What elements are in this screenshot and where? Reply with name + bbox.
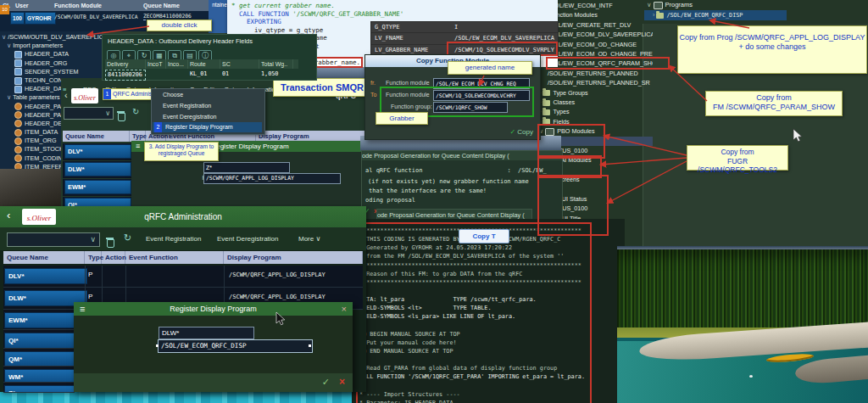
generated-code-line: [359, 287, 625, 295]
back-icon[interactable]: ‹: [64, 90, 68, 100]
confirm-icon[interactable]: ✓: [322, 377, 330, 388]
queue-name-cell[interactable]: DLV*: [64, 144, 131, 159]
type-cell[interactable]: P: [88, 293, 92, 300]
selection-handle-right[interactable]: [309, 344, 311, 347]
to-fm-input[interactable]: /SCWM/1Q_SOLEWECOMDLVCHRY: [433, 90, 530, 101]
trash-icon[interactable]: [118, 109, 125, 125]
debugger-rows: G_QTYPEILV_FNAME/SOL/EW_ECOM_DLV_SAVEREP…: [371, 22, 558, 56]
dialog-titlebar[interactable]: ≡ Register Display Program ×: [74, 302, 353, 316]
structure-icon: [14, 68, 22, 76]
structure-icon: [14, 77, 22, 85]
window-title: qRFC Administration: [0, 206, 366, 227]
tree-item[interactable]: SENDER_SYSTEM: [0, 68, 102, 76]
copy-button[interactable]: ✓ Copy: [509, 128, 533, 136]
tree-item[interactable]: HEADER_DATA: [0, 50, 102, 59]
table-icon: [14, 154, 22, 162]
chevron-right-icon[interactable]: ›: [653, 11, 654, 19]
admin-table-header: Queue NameTypeActionEvent FunctionDispla…: [3, 251, 363, 264]
double-click-note: double click: [147, 20, 212, 31]
cancel-icon[interactable]: ×: [339, 376, 345, 388]
queue-name-cell[interactable]: DLV*: [4, 268, 87, 284]
data-cell[interactable]: [146, 70, 166, 81]
column-header[interactable]: Event Function: [125, 251, 224, 264]
data-cell[interactable]: 1,050: [259, 70, 293, 81]
event-registration-button[interactable]: Event Registration: [146, 235, 201, 243]
tree-item[interactable]: ∨ Import parameters: [0, 42, 102, 50]
window-title[interactable]: ode Proposal Generation for Queue Conten…: [362, 151, 562, 160]
close-icon[interactable]: ×: [342, 302, 347, 316]
debugger-row[interactable]: LV_FNAME/SOL/EW_ECOM_DLV_SAVEREPLICA: [371, 33, 558, 44]
queue-filter-select[interactable]: ∨: [64, 107, 114, 120]
data-cell[interactable]: KL_01: [188, 70, 220, 81]
cell-client[interactable]: 100: [10, 12, 25, 25]
column-header[interactable]: Action: [102, 251, 125, 264]
window-titlebar[interactable]: ‹ s.Oliver qRFC Administration: [0, 206, 366, 227]
column-header[interactable]: Queue Name: [3, 251, 85, 264]
cell-user[interactable]: GYROHR: [25, 12, 56, 25]
queue-filter-select[interactable]: ∨: [7, 232, 100, 247]
trash-icon[interactable]: [107, 236, 114, 251]
data-cell[interactable]: 01: [220, 70, 259, 81]
column-header: Route: [188, 59, 220, 69]
generated-code-line: [359, 355, 625, 364]
display-program-cell[interactable]: /SCWM/QRFC_APPL_LOG_DISPLAY: [229, 294, 326, 300]
queue-name-cell[interactable]: WM*: [4, 369, 75, 383]
generated-code-line: *@ END MANUAL SOURCE AT TOP: [359, 347, 625, 355]
bird-dot: [749, 375, 753, 378]
to-label: To: [370, 92, 376, 98]
queue-name-cell[interactable]: QI*: [4, 333, 75, 349]
col-queue-name: Queue Name: [143, 0, 180, 11]
display-program-cell[interactable]: /SCWM/QRFC_APPL_LOG_DISPLAY: [229, 271, 326, 278]
refresh-icon[interactable]: ↻: [132, 107, 139, 116]
program-name-input[interactable]: /SOL/EW_ECOM_QRFC_DISP: [158, 339, 313, 353]
queue-name-input[interactable]: DLW*: [159, 327, 254, 339]
type-cell[interactable]: P: [88, 271, 92, 278]
function-group-input[interactable]: /SCWM/1QRFC_SHOW: [433, 102, 508, 113]
generated-code-line: [359, 322, 625, 330]
queue-name-cell[interactable]: Z*: [4, 385, 75, 393]
edit-menu-item[interactable]: Event Registration: [152, 100, 264, 111]
data-cell[interactable]: [166, 70, 188, 81]
structure-icon: [14, 51, 22, 59]
data-cell[interactable]: 8411000206: [105, 70, 146, 81]
generated-code-line: * ---- Import Structures ----: [359, 390, 625, 399]
adt-tree-item[interactable]: ›Fields: [526, 117, 653, 126]
adt-tree-item[interactable]: ›Types: [526, 107, 653, 116]
programs-root-node[interactable]: ∨Programs: [647, 1, 693, 9]
adt-tree-item[interactable]: ›Type Groups: [526, 88, 653, 98]
table-row: QI*: [3, 330, 75, 349]
adt-tree-item[interactable]: /SOL/EW_RETURNS_PLANNED: [526, 69, 653, 78]
refresh-icon[interactable]: ↻: [124, 232, 131, 243]
queue-name-cell[interactable]: EWM*: [4, 312, 75, 328]
queue-name-cell[interactable]: QM*: [4, 351, 75, 367]
table-row: WM*: [3, 367, 75, 383]
menu-item-register-display-program[interactable]: 2 Register Display Program: [153, 122, 262, 132]
cell-function-module[interactable]: /SCWM/OUTB_DLV_SAVEREPLICA: [54, 14, 138, 20]
copy-to-button[interactable]: Copy T: [459, 229, 509, 243]
debugger-row[interactable]: G_QTYPEI: [371, 22, 558, 33]
column-header[interactable]: Queue Name: [63, 131, 130, 142]
program-name-input[interactable]: /SCWM/QRFC_APPL_LOG_DISPLAY: [203, 173, 341, 184]
queue-name-input[interactable]: Z*: [203, 162, 290, 173]
table-row: EWM*: [3, 310, 75, 330]
check-icon: ✓: [509, 128, 515, 136]
edit-menu-item[interactable]: Choose: [152, 89, 264, 100]
column-header[interactable]: Display Program: [224, 251, 363, 264]
queue-name-cell[interactable]: EWM*: [64, 180, 131, 194]
adt-tree-item[interactable]: /SOL/EW_RETURNS_PLANNED_SR: [526, 78, 653, 87]
window-title-fragment: ntaine: [212, 2, 227, 8]
adt-tree-item[interactable]: ∨PBO Modules: [526, 126, 653, 136]
edit-menu-item[interactable]: Event Deregistration: [152, 111, 264, 122]
more-button[interactable]: More ∨: [298, 235, 320, 243]
event-deregistration-button[interactable]: Event Deregistration: [217, 235, 278, 243]
generated-code-line: DATA: lt_para TYPE /scwm/tt_qrfc_para.: [359, 295, 625, 304]
programs-item-qrfc-disp[interactable]: ›/SOL/EW_ECOM_QRFC_DISP: [644, 10, 787, 20]
chevron-down-icon[interactable]: ∨: [647, 1, 652, 8]
queue-name-cell[interactable]: DLW*: [64, 162, 131, 176]
column-header[interactable]: Type: [85, 251, 102, 264]
from-fm-input[interactable]: /SOL/EW_ECOM_DLV_CHNG_REQ: [433, 78, 530, 89]
selection-handle-left[interactable]: [156, 344, 159, 347]
tree-item[interactable]: HEADER_ORG: [0, 59, 102, 68]
tree-root-item[interactable]: ∨ /SCWM/OUTB_DLV_SAVEREPLICA: [0, 33, 102, 42]
adt-tree-item[interactable]: ›Classes: [526, 98, 653, 107]
